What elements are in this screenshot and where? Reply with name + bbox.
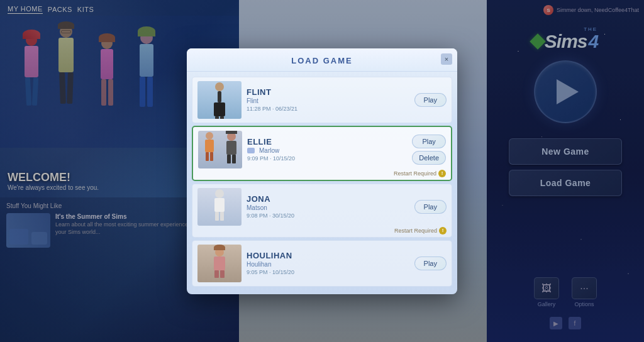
play-houlihan-button[interactable]: Play — [414, 256, 447, 270]
save-name-jona: JONA — [247, 194, 414, 204]
save-info-jona: JONA Matson 9:08 PM · 30/15/20 — [247, 194, 414, 219]
save-row-flint[interactable]: FLINT Flint 11:28 PM · 06/23/21 Play — [192, 77, 452, 123]
save-actions-flint: Play — [414, 93, 447, 107]
modal-close-button[interactable]: × — [441, 53, 452, 65]
save-timestamp-flint: 11:28 PM · 06/23/21 — [247, 106, 414, 112]
save-sub-houlihan: Houlihan — [247, 261, 414, 268]
save-thumbnail-jona — [197, 188, 242, 226]
save-sub-jona: Matson — [247, 204, 414, 211]
load-game-modal: Load Game × — [187, 48, 457, 294]
restart-warning-jona: Restart Required ! — [394, 227, 447, 234]
save-row-ellie[interactable]: ELLIE Marlow 9:09 PM · 10/15/20 Play Del… — [192, 126, 452, 181]
save-actions-jona: Play — [414, 200, 447, 214]
save-timestamp-ellie: 9:09 PM · 10/15/20 — [247, 155, 412, 162]
restart-warning-text-jona: Restart Required — [394, 228, 437, 234]
modal-overlay: Load Game × — [0, 0, 644, 342]
save-row-houlihan[interactable]: HOULIHAN Houlihan 9:05 PM · 10/15/20 Pla… — [192, 240, 452, 287]
save-thumbnail-houlihan — [197, 245, 242, 282]
save-timestamp-houlihan: 9:05 PM · 10/15/20 — [247, 269, 414, 275]
warning-icon-ellie: ! — [438, 170, 446, 177]
save-sub-flint: Flint — [247, 97, 414, 104]
restart-warning-text-ellie: Restart Required — [394, 170, 436, 177]
modal-header: Load Game × — [187, 48, 457, 72]
save-info-houlihan: HOULIHAN Houlihan 9:05 PM · 10/15/20 — [247, 251, 414, 275]
warning-icon-jona: ! — [439, 227, 447, 234]
save-thumbnail-ellie — [198, 131, 242, 168]
modal-body: FLINT Flint 11:28 PM · 06/23/21 Play — [187, 72, 457, 294]
save-sub-ellie: Marlow — [247, 147, 412, 154]
save-name-houlihan: HOULIHAN — [247, 251, 414, 260]
save-thumbnail-flint — [197, 81, 242, 119]
save-name-flint: FLINT — [247, 87, 414, 97]
save-cloud-icon — [247, 148, 255, 153]
save-actions-houlihan: Play — [414, 256, 447, 270]
save-info-flint: FLINT Flint 11:28 PM · 06/23/21 — [247, 87, 414, 112]
modal-title: Load Game — [291, 56, 352, 65]
save-name-ellie: ELLIE — [247, 137, 412, 146]
restart-warning-ellie: Restart Required ! — [394, 170, 446, 177]
save-info-ellie: ELLIE Marlow 9:09 PM · 10/15/20 — [247, 137, 412, 162]
save-timestamp-jona: 9:08 PM · 30/15/20 — [247, 212, 414, 219]
play-flint-button[interactable]: Play — [414, 93, 447, 107]
play-jona-button[interactable]: Play — [414, 200, 447, 214]
delete-ellie-button[interactable]: Delete — [412, 151, 446, 165]
save-row-jona[interactable]: JONA Matson 9:08 PM · 30/15/20 Play Rest… — [192, 184, 452, 238]
play-ellie-button[interactable]: Play — [412, 135, 446, 148]
save-actions-ellie: Play Delete — [412, 135, 446, 165]
